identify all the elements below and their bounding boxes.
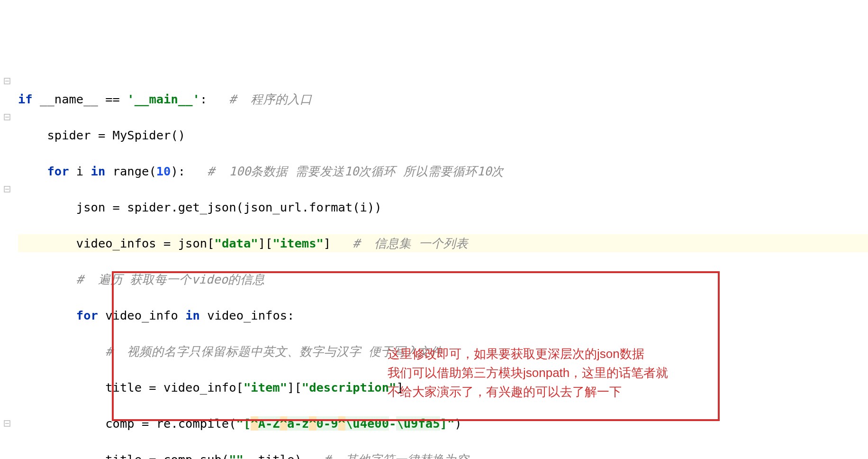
fold-icon[interactable] [1,72,13,90]
fold-icon[interactable] [1,180,13,198]
code-line: comp = re.compile("[^A-Z^a-z^0-9^\u4e00-… [18,414,868,432]
code-area[interactable]: if __name__ == '__main__': # 程序的入口 spide… [14,72,868,459]
fold-icon[interactable] [1,414,13,432]
fold-icon[interactable] [1,108,13,126]
code-line: for video_info in video_infos: [18,306,868,324]
code-line: title = comp.sub("", title) # 其他字符一律替换为空 [18,450,868,459]
code-line: # 遍历 获取每一个video的信息 [18,270,868,288]
code-editor[interactable]: if __name__ == '__main__': # 程序的入口 spide… [0,72,868,459]
code-line: if __name__ == '__main__': # 程序的入口 [18,90,868,108]
gutter [0,72,14,459]
code-line: video_infos = json["data"]["items"] # 信息… [18,234,868,252]
annotation-text: 这里修改即可，如果要获取更深层次的json数据 我们可以借助第三方模块jsonp… [388,344,710,401]
code-line: json = spider.get_json(json_url.format(i… [18,198,868,216]
code-line: for i in range(10): # 100条数据 需要发送10次循环 所… [18,162,868,180]
code-line: spider = MySpider() [18,126,868,144]
